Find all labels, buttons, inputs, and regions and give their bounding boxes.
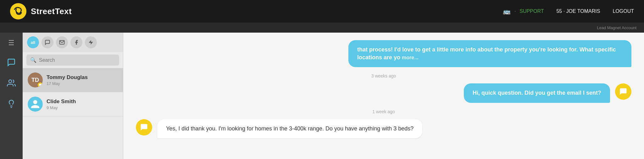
contact-name-tommy: Tommy Douglas [47,74,118,81]
sub-header-text: Lead Magnet Account [597,25,636,30]
contact-info-tommy: Tommy Douglas 17 May [47,74,118,86]
svg-marker-4 [89,40,93,45]
top-nav: StreetText 🚌 · SUPPORT 55 · JOE TOMARIS … [0,0,644,23]
bubble-2: Hi, quick question. Did you get the emai… [464,83,610,103]
email-filter-icon [59,40,65,45]
incoming-avatar [136,119,152,135]
timestamp-1: 3 weeks ago [136,73,631,78]
user-label[interactable]: 55 · JOE TOMARIS [556,8,600,14]
filter-tab-all[interactable]: all [27,36,39,48]
svg-point-0 [10,3,26,19]
chat-area: that process! I'd love to get a little m… [123,33,644,159]
filter-tabs: all [23,33,123,52]
search-bar: 🔍 [26,55,119,66]
sidebar-item-chat[interactable] [5,56,18,69]
bubble-3: Yes, I did thank you. I'm looking for ho… [157,119,422,138]
filter-tab-chat[interactable] [42,36,53,48]
logo-icon [10,3,26,19]
lightbulb-icon [7,99,16,108]
logout-button[interactable]: LOGOUT [613,8,634,14]
contact-panel: all [23,33,123,159]
lightning-filter-icon [88,40,94,45]
support-icon: 🚌 [503,8,511,15]
filter-tab-email[interactable] [56,36,68,48]
avatar-clide [28,97,43,112]
bubble-1: that process! I'd love to get a little m… [348,40,631,67]
message-1: that process! I'd love to get a little m… [136,40,631,67]
sidebar-icons: ☰ [0,33,23,159]
facebook-filter-icon [74,40,79,45]
contact-date-clide: 9 May [47,105,118,110]
filter-all-label: all [31,40,35,45]
hamburger-icon[interactable]: ☰ [6,38,17,48]
contact-info-clide: Clide Smith 9 May [47,98,118,110]
search-input[interactable] [39,57,115,63]
main-layout: ☰ all [0,33,644,159]
message-1-text: that process! I'd love to get a little m… [357,46,616,61]
nav-right: 🚌 · SUPPORT 55 · JOE TOMARIS LOGOUT [503,8,634,15]
contact-list: TD Tommy Douglas 17 May [23,68,123,159]
avatar-tommy: TD [28,72,43,87]
message-2: Hi, quick question. Did you get the emai… [136,83,631,103]
contact-name-clide: Clide Smith [47,98,118,105]
message-3-text: Yes, I did thank you. I'm looking for ho… [166,125,414,132]
search-icon: 🔍 [30,57,36,63]
badge-chat-icon [39,83,42,87]
chat-icon [7,58,16,67]
timestamp-2: 1 week ago [136,109,631,114]
app-name: StreetText [31,7,72,16]
more-link-1[interactable]: more... [402,55,418,60]
sidebar-item-ideas[interactable] [5,97,18,110]
sidebar-item-users[interactable] [5,77,18,90]
users-icon [7,79,16,87]
support-dot: · [514,8,516,14]
reply-avatar[interactable] [615,83,631,100]
support-link[interactable]: 🚌 · SUPPORT [503,8,544,15]
support-label: SUPPORT [519,8,544,14]
contact-item-clide[interactable]: Clide Smith 9 May [23,92,123,116]
incoming-chat-icon [140,123,148,132]
filter-tab-lightning[interactable] [85,36,97,48]
avatar-badge-tommy [38,82,43,87]
contact-item-tommy[interactable]: TD Tommy Douglas 17 May [23,68,123,92]
contact-date-tommy: 17 May [47,81,118,86]
filter-tab-facebook[interactable] [70,36,82,48]
clide-avatar-icon [30,99,40,109]
messages-container: that process! I'd love to get a little m… [123,33,644,159]
logo-area: StreetText [10,3,72,19]
sub-header: Lead Magnet Account [0,23,644,33]
chat-filter-icon [45,40,50,45]
svg-point-1 [9,80,12,83]
reply-icon [619,87,628,96]
message-3: Yes, I did thank you. I'm looking for ho… [136,119,631,138]
